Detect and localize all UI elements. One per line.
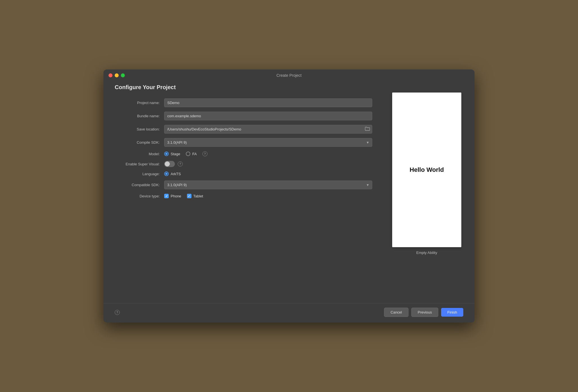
toggle-knob: [165, 161, 170, 166]
device-type-checkbox-group: Phone Tablet: [164, 194, 203, 198]
create-project-dialog: Create Project Configure Your Project Pr…: [103, 69, 475, 323]
save-location-input[interactable]: [164, 125, 372, 134]
language-row: Language: ArkTS: [115, 172, 382, 176]
super-visual-label: Enable Super Visual:: [115, 162, 160, 166]
language-radio-group: ArkTS: [164, 172, 181, 176]
traffic-lights: [109, 73, 125, 77]
model-fa-option[interactable]: FA: [186, 152, 197, 156]
super-visual-help-icon[interactable]: ?: [178, 161, 183, 166]
device-phone-label: Phone: [171, 194, 181, 198]
folder-icon[interactable]: [365, 127, 370, 132]
super-visual-row: Enable Super Visual: ?: [115, 161, 382, 167]
project-name-label: Project name:: [115, 101, 160, 105]
device-type-label: Device type:: [115, 194, 160, 198]
device-phone-option[interactable]: Phone: [164, 194, 181, 198]
device-tablet-label: Tablet: [193, 194, 203, 198]
language-label: Language:: [115, 172, 160, 176]
model-stage-radio[interactable]: [164, 152, 169, 156]
form-section: Configure Your Project Project name: Bun…: [115, 84, 382, 298]
model-stage-label: Stage: [171, 152, 180, 156]
model-label: Model:: [115, 152, 160, 156]
minimize-button[interactable]: [115, 73, 119, 77]
compile-sdk-select[interactable]: 3.1.0(API 9) 3.0.0(API 8) 2.2.0(API 7): [164, 138, 372, 147]
footer-left: ?: [115, 310, 120, 315]
save-location-label: Save location:: [115, 127, 160, 131]
bundle-name-input[interactable]: [164, 112, 372, 120]
model-fa-label: FA: [192, 152, 197, 156]
finish-button[interactable]: Finish: [441, 308, 463, 317]
compatible-sdk-select[interactable]: 3.1.0(API 9) 3.0.0(API 8) 2.2.0(API 7): [164, 181, 372, 189]
bundle-name-label: Bundle name:: [115, 114, 160, 118]
model-radio-group: Stage FA ?: [164, 151, 207, 156]
device-tablet-option[interactable]: Tablet: [187, 194, 203, 198]
project-name-row: Project name:: [115, 98, 382, 107]
compatible-sdk-row: Compatible SDK: 3.1.0(API 9) 3.0.0(API 8…: [115, 181, 382, 189]
footer-right: Cancel Previous Finish: [384, 308, 463, 317]
form-fields: Project name: Bundle name: Save location…: [115, 98, 382, 198]
language-arkts-label: ArkTS: [171, 172, 181, 176]
super-visual-toggle[interactable]: [164, 161, 175, 167]
compile-sdk-row: Compile SDK: 3.1.0(API 9) 3.0.0(API 8) 2…: [115, 138, 382, 147]
device-tablet-checkbox[interactable]: [187, 194, 191, 198]
compile-sdk-select-wrapper: 3.1.0(API 9) 3.0.0(API 8) 2.2.0(API 7) ▼: [164, 138, 372, 147]
language-arkts-radio[interactable]: [164, 172, 169, 176]
model-fa-radio[interactable]: [186, 152, 190, 156]
model-row: Model: Stage FA ?: [115, 151, 382, 156]
help-question-mark-2: ?: [179, 162, 181, 166]
help-question-mark: ?: [204, 152, 206, 156]
footer-help-icon[interactable]: ?: [115, 310, 120, 315]
device-phone-checkbox[interactable]: [164, 194, 169, 198]
maximize-button[interactable]: [121, 73, 125, 77]
preview-section: Hello World Empty Ability: [390, 84, 463, 298]
dialog-footer: ? Cancel Previous Finish: [103, 303, 475, 323]
previous-button[interactable]: Previous: [411, 308, 439, 317]
model-help-icon[interactable]: ?: [202, 151, 207, 156]
dialog-body: Configure Your Project Project name: Bun…: [103, 81, 475, 303]
page-title: Configure Your Project: [115, 84, 382, 91]
bundle-name-row: Bundle name:: [115, 112, 382, 120]
cancel-button[interactable]: Cancel: [384, 308, 408, 317]
compile-sdk-label: Compile SDK:: [115, 140, 160, 145]
language-arkts-option[interactable]: ArkTS: [164, 172, 181, 176]
project-name-input[interactable]: [164, 98, 372, 107]
preview-caption: Empty Ability: [416, 251, 437, 255]
preview-hello-world-text: Hello World: [410, 166, 444, 174]
preview-frame: Hello World: [392, 93, 461, 247]
compatible-sdk-label: Compatible SDK:: [115, 183, 160, 187]
titlebar: Create Project: [103, 69, 475, 81]
compatible-sdk-select-wrapper: 3.1.0(API 9) 3.0.0(API 8) 2.2.0(API 7) ▼: [164, 181, 372, 189]
super-visual-toggle-container: ?: [164, 161, 183, 167]
device-type-row: Device type: Phone Tablet: [115, 194, 382, 198]
model-stage-option[interactable]: Stage: [164, 152, 180, 156]
window-title: Create Project: [276, 73, 301, 78]
save-location-row: Save location:: [115, 125, 382, 134]
footer-help-question-mark: ?: [116, 311, 118, 314]
save-location-input-wrapper: [164, 125, 372, 134]
close-button[interactable]: [109, 73, 112, 77]
